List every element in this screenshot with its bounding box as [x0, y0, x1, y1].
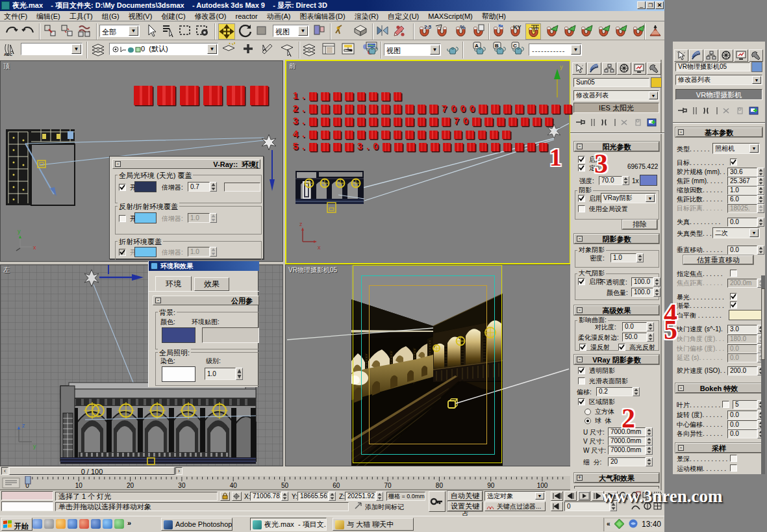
svg-text:z: z [299, 221, 303, 227]
svg-text:80: 80 [436, 482, 444, 489]
svg-text:%: % [460, 24, 465, 31]
svg-text:50: 50 [281, 482, 289, 489]
svg-text:90: 90 [487, 482, 495, 489]
svg-text:ABC: ABC [4, 53, 13, 57]
svg-text:60: 60 [333, 482, 340, 489]
svg-text:70: 70 [384, 482, 392, 489]
svg-text:100: 100 [537, 482, 548, 489]
svg-text:C: C [513, 43, 517, 49]
svg-text:y: y [33, 443, 36, 450]
svg-text:40: 40 [230, 482, 238, 489]
svg-text:10: 10 [75, 482, 83, 489]
svg-text:2.5: 2.5 [424, 24, 431, 30]
svg-text:20: 20 [127, 482, 134, 489]
svg-text:30: 30 [178, 482, 186, 489]
svg-text:y: y [18, 228, 21, 234]
svg-text:z: z [22, 422, 25, 429]
svg-text:B: B [495, 43, 499, 49]
svg-text:KY: KY [513, 24, 522, 31]
svg-text:y: y [560, 64, 563, 70]
svg-text:x: x [33, 244, 36, 251]
svg-text:x: x [318, 244, 321, 251]
svg-text:A: A [475, 43, 479, 49]
